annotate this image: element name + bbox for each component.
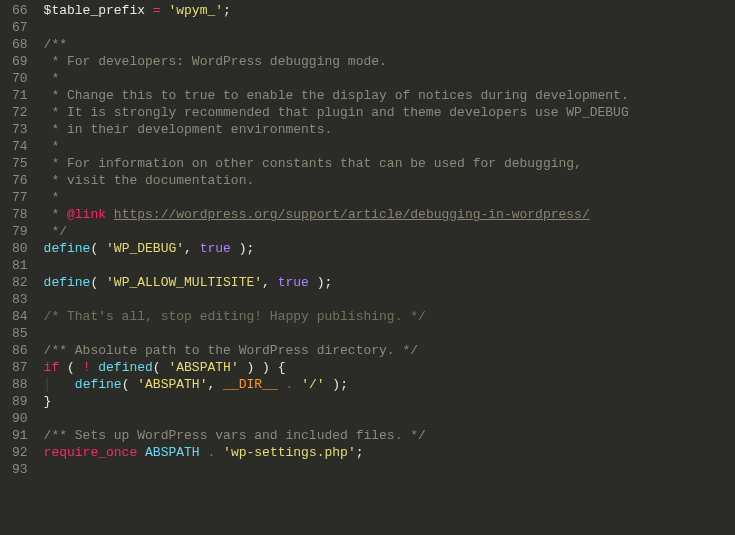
token: https://wordpress.org/support/article/de… [114, 207, 590, 222]
code-line[interactable]: * [44, 70, 735, 87]
token: $table_prefix [44, 3, 145, 18]
code-editor[interactable]: 6667686970717273747576777879808182838485… [0, 0, 735, 535]
token: __DIR__ [223, 377, 278, 392]
line-number: 78 [12, 206, 28, 223]
token: true [278, 275, 309, 290]
line-number: 76 [12, 172, 28, 189]
token: * For developers: WordPress debugging mo… [44, 54, 387, 69]
code-line[interactable]: * in their development environments. [44, 121, 735, 138]
token: * For information on other constants tha… [44, 156, 582, 171]
line-number: 71 [12, 87, 28, 104]
token: ABSPATH [145, 445, 200, 460]
token: 'WP_ALLOW_MULTISITE' [106, 275, 262, 290]
line-number: 82 [12, 274, 28, 291]
code-line[interactable] [44, 325, 735, 342]
line-number: 72 [12, 104, 28, 121]
token: ( [122, 377, 138, 392]
token: ( [90, 241, 106, 256]
line-number: 83 [12, 291, 28, 308]
code-line[interactable]: * It is strongly recommended that plugin… [44, 104, 735, 121]
line-number: 86 [12, 342, 28, 359]
code-line[interactable] [44, 291, 735, 308]
code-line[interactable]: } [44, 393, 735, 410]
token [278, 377, 286, 392]
code-line[interactable]: * Change this to true to enable the disp… [44, 87, 735, 104]
line-number: 77 [12, 189, 28, 206]
line-number: 74 [12, 138, 28, 155]
line-number-gutter: 6667686970717273747576777879808182838485… [0, 2, 38, 535]
code-line[interactable]: $table_prefix = 'wpym_'; [44, 2, 735, 19]
token: require_once [44, 445, 138, 460]
code-line[interactable]: */ [44, 223, 735, 240]
token: ); [325, 377, 348, 392]
line-number: 67 [12, 19, 28, 36]
code-line[interactable]: /* That's all, stop editing! Happy publi… [44, 308, 735, 325]
token: * [44, 207, 67, 222]
code-line[interactable]: require_once ABSPATH . 'wp-settings.php'… [44, 444, 735, 461]
code-line[interactable]: define( 'WP_ALLOW_MULTISITE', true ); [44, 274, 735, 291]
token: '/' [301, 377, 324, 392]
token: define [75, 377, 122, 392]
line-number: 80 [12, 240, 28, 257]
code-line[interactable]: * For developers: WordPress debugging mo… [44, 53, 735, 70]
code-line[interactable]: define( 'WP_DEBUG', true ); [44, 240, 735, 257]
token [145, 3, 153, 18]
token: ); [309, 275, 332, 290]
token: * [44, 190, 60, 205]
token: ( [153, 360, 169, 375]
line-number: 68 [12, 36, 28, 53]
code-line[interactable]: * visit the documentation. [44, 172, 735, 189]
token: ) ) { [239, 360, 286, 375]
code-line[interactable]: /** Sets up WordPress vars and included … [44, 427, 735, 444]
code-line[interactable]: │ define( 'ABSPATH', __DIR__ . '/' ); [44, 376, 735, 393]
line-number: 75 [12, 155, 28, 172]
token [106, 207, 114, 222]
token: * It is strongly recommended that plugin… [44, 105, 629, 120]
token [215, 445, 223, 460]
token: * visit the documentation. [44, 173, 255, 188]
token: define [44, 275, 91, 290]
line-number: 73 [12, 121, 28, 138]
token: 'wp-settings.php' [223, 445, 356, 460]
code-line[interactable]: if ( ! defined( 'ABSPATH' ) ) { [44, 359, 735, 376]
line-number: 85 [12, 325, 28, 342]
token: * [44, 71, 60, 86]
code-line[interactable]: * @link https://wordpress.org/support/ar… [44, 206, 735, 223]
token: ; [356, 445, 364, 460]
token: define [44, 241, 91, 256]
token: * in their development environments. [44, 122, 333, 137]
token: /** Sets up WordPress vars and included … [44, 428, 426, 443]
token: true [200, 241, 231, 256]
code-line[interactable] [44, 257, 735, 274]
code-line[interactable]: /** [44, 36, 735, 53]
token: } [44, 394, 52, 409]
token: ( [59, 360, 82, 375]
code-line[interactable] [44, 410, 735, 427]
token: 'WP_DEBUG' [106, 241, 184, 256]
code-line[interactable]: * [44, 189, 735, 206]
code-line[interactable]: * For information on other constants tha… [44, 155, 735, 172]
token: ( [90, 275, 106, 290]
code-line[interactable]: * [44, 138, 735, 155]
line-number: 91 [12, 427, 28, 444]
code-line[interactable] [44, 461, 735, 478]
token: /** Absolute path to the WordPress direc… [44, 343, 418, 358]
token [293, 377, 301, 392]
line-number: 69 [12, 53, 28, 70]
line-number: 84 [12, 308, 28, 325]
code-area[interactable]: $table_prefix = 'wpym_'; /** * For devel… [38, 2, 735, 535]
line-number: 70 [12, 70, 28, 87]
token: , [184, 241, 200, 256]
line-number: 87 [12, 359, 28, 376]
code-line[interactable] [44, 19, 735, 36]
token: * Change this to true to enable the disp… [44, 88, 629, 103]
token: */ [44, 224, 67, 239]
code-line[interactable]: /** Absolute path to the WordPress direc… [44, 342, 735, 359]
token: defined [98, 360, 153, 375]
token: 'wpym_' [168, 3, 223, 18]
token: if [44, 360, 60, 375]
token: @link [67, 207, 106, 222]
token: = [153, 3, 161, 18]
line-number: 89 [12, 393, 28, 410]
line-number: 92 [12, 444, 28, 461]
